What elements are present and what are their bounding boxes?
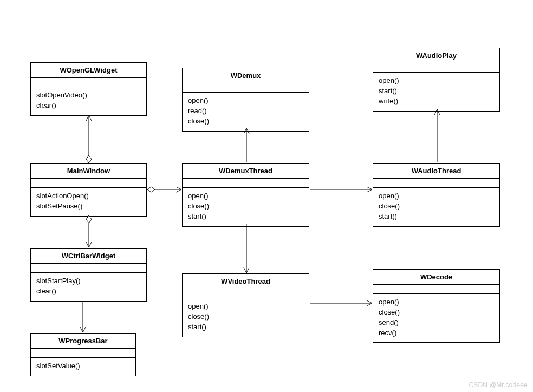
class-methods: slotOpenVideo() clear() — [31, 87, 146, 115]
class-title: WAudioPlay — [373, 48, 499, 63]
class-title: WDemuxThread — [183, 164, 309, 179]
class-attrs — [183, 179, 309, 188]
class-wctrlbarwidget: WCtrlBarWidget slotStartPlay() clear() — [30, 248, 147, 302]
class-methods: open() read() close() — [183, 93, 309, 131]
class-attrs — [373, 63, 499, 73]
class-waudiothread: WAudioThread open() close() start() — [373, 163, 500, 227]
class-wdecode: WDecode open() close() send() recv() — [373, 269, 500, 343]
class-title: WOpenGLWidget — [31, 63, 146, 78]
class-attrs — [31, 179, 146, 188]
class-attrs — [183, 83, 309, 93]
class-title: WDemux — [183, 68, 309, 83]
class-mainwindow: MainWindow slotActionOpen() slotSetPause… — [30, 163, 147, 217]
class-title: WAudioThread — [373, 164, 499, 179]
class-waudioplay: WAudioPlay open() start() write() — [373, 48, 500, 112]
class-wdemuxthread: WDemuxThread open() close() start() — [182, 163, 309, 227]
class-attrs — [373, 285, 499, 294]
class-title: WCtrlBarWidget — [31, 249, 146, 264]
class-methods: slotSetValue() — [31, 358, 135, 376]
class-methods: slotStartPlay() clear() — [31, 273, 146, 301]
class-wdemux: WDemux open() read() close() — [182, 68, 309, 132]
class-attrs — [373, 179, 499, 188]
class-title: WVideoThread — [183, 274, 309, 289]
class-methods: slotActionOpen() slotSetPause() — [31, 188, 146, 216]
class-wvideothread: WVideoThread open() close() start() — [182, 273, 309, 337]
class-title: MainWindow — [31, 164, 146, 179]
class-title: WProgressBar — [31, 334, 135, 349]
class-attrs — [31, 349, 135, 358]
class-attrs — [31, 78, 146, 87]
watermark: CSDN @Mr.codeee — [469, 381, 528, 389]
class-methods: open() close() start() — [373, 188, 499, 226]
class-title: WDecode — [373, 270, 499, 285]
class-methods: open() start() write() — [373, 73, 499, 111]
class-methods: open() close() start() — [183, 298, 309, 337]
class-methods: open() close() start() — [183, 188, 309, 226]
class-wopenglwidget: WOpenGLWidget slotOpenVideo() clear() — [30, 62, 147, 116]
class-attrs — [183, 289, 309, 298]
class-wprogressbar: WProgressBar slotSetValue() — [30, 333, 136, 376]
class-methods: open() close() send() recv() — [373, 294, 499, 342]
class-attrs — [31, 264, 146, 273]
